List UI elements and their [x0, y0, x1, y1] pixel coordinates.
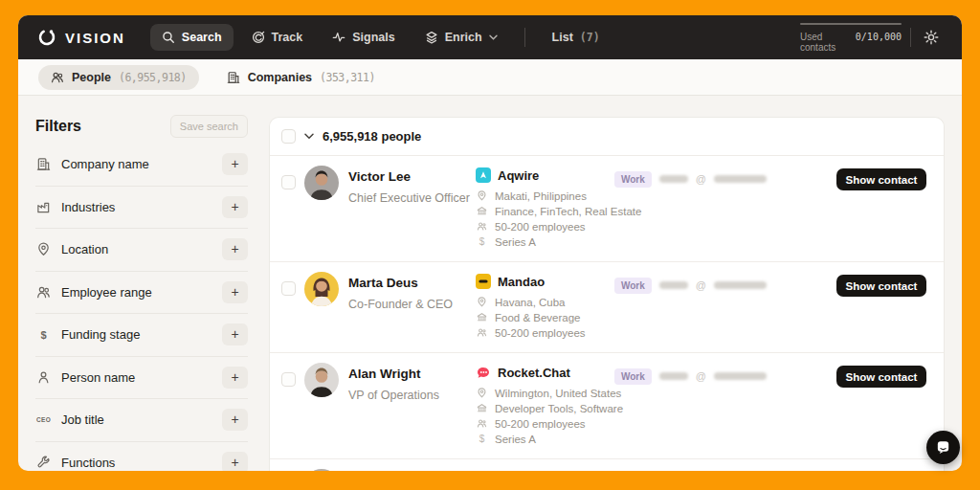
email-type-badge: Work [614, 368, 652, 385]
app-window: VISION Search Track [18, 15, 962, 471]
add-filter-button[interactable]: + [222, 409, 248, 431]
add-filter-button[interactable]: + [222, 196, 248, 218]
company-name[interactable]: Mandao [498, 275, 545, 289]
add-filter-button[interactable]: + [222, 153, 248, 175]
content-area: Filters Save search Company name + Indus… [18, 96, 962, 471]
filter-job-title: CEO Job title + [35, 399, 248, 442]
brand-name: VISION [65, 30, 125, 46]
person-name[interactable]: Victor Lee [348, 169, 476, 184]
row-checkbox[interactable] [281, 281, 296, 296]
person-job-title: Chief Executive Officer [348, 191, 476, 205]
show-contact-button[interactable]: Show contact [836, 275, 926, 297]
company-logo-rocketchat [476, 365, 491, 380]
tab-count: (6,955,918) [119, 71, 187, 84]
save-search-button[interactable]: Save search [170, 115, 248, 138]
person-name[interactable]: Alan Wright [348, 367, 476, 381]
nav-label: Signals [352, 31, 394, 44]
chat-widget-button[interactable] [926, 431, 960, 464]
show-contact-button[interactable]: Show contact [836, 168, 926, 190]
nav-divider [524, 28, 525, 47]
redacted-email-domain [714, 175, 767, 183]
dollar-icon: $ [35, 329, 52, 341]
map-pin-icon [476, 190, 488, 201]
gear-icon [924, 30, 939, 45]
company-location: Makati, Philippines [495, 190, 587, 202]
person-icon [35, 370, 52, 385]
tab-label: People [72, 71, 111, 84]
ceo-icon: CEO [35, 416, 52, 423]
add-filter-button[interactable]: + [222, 367, 248, 389]
used-contacts-value: 0/10,000 [856, 32, 902, 42]
industry-icon [476, 312, 488, 323]
select-all-checkbox[interactable] [281, 129, 296, 144]
nav-search[interactable]: Search [150, 24, 234, 51]
filter-industries: Industries + [35, 187, 248, 230]
add-filter-button[interactable]: + [222, 452, 248, 471]
redacted-email-user [659, 372, 688, 380]
filter-label: Industries [61, 200, 212, 214]
tab-people[interactable]: People (6,955,918) [38, 65, 199, 90]
at-symbol: @ [696, 173, 706, 185]
tab-count: (353,311) [320, 71, 375, 84]
nav-label: List [552, 31, 573, 44]
used-contacts-meter: Used contacts 0/10,000 [800, 23, 902, 53]
show-contact-button[interactable]: Show contact [836, 366, 926, 388]
person-job-title: Co-Founder & CEO [348, 298, 476, 311]
results-count: 6,955,918 people [323, 129, 421, 144]
row-checkbox[interactable] [281, 372, 296, 387]
filter-label: Employee range [61, 285, 212, 300]
company-industries: Food & Beverage [495, 312, 581, 323]
person-name[interactable]: Marta Deus [348, 276, 476, 290]
desktop-background: VISION Search Track [0, 0, 980, 490]
nav-list[interactable]: List (7) [541, 24, 612, 51]
redacted-email-user [659, 281, 688, 289]
signals-icon [332, 31, 345, 44]
nav-signals[interactable]: Signals [321, 24, 406, 51]
vision-logo-icon [37, 28, 56, 47]
company-industries: Developer Tools, Software [495, 403, 623, 414]
company-employees: 50-200 employees [495, 418, 586, 430]
map-pin-icon [35, 242, 52, 256]
dollar-icon: $ [476, 236, 488, 247]
add-filter-button[interactable]: + [222, 281, 248, 303]
tab-companies[interactable]: Companies (353,311) [214, 65, 388, 90]
brand[interactable]: VISION [37, 28, 125, 47]
nav-label: Enrich [445, 31, 482, 44]
results-header: 6,955,918 people [270, 118, 944, 156]
nav-track[interactable]: Track [240, 24, 315, 51]
enrich-icon [425, 31, 438, 44]
avatar [304, 469, 339, 471]
employees-icon [476, 418, 488, 429]
people-icon [35, 285, 52, 300]
nav-label: Search [182, 31, 222, 44]
filter-location: Location + [35, 229, 248, 272]
email-type-badge: Work [614, 278, 652, 294]
nav-enrich[interactable]: Enrich [413, 24, 509, 51]
list-count: (7) [580, 31, 600, 44]
company-funding: Series A [495, 236, 536, 248]
company-employees: 50-200 employees [495, 327, 586, 339]
factory-icon [35, 200, 52, 214]
company-industries: Finance, FinTech, Real Estate [495, 206, 641, 217]
person-row-clipped [270, 459, 944, 471]
person-row: Alan Wright VP of Operations Rocket.Chat [270, 353, 944, 459]
wrench-icon [35, 456, 52, 470]
filter-person-name: Person name + [35, 357, 248, 400]
industry-icon [476, 206, 488, 216]
map-pin-icon [476, 388, 488, 398]
chevron-down-icon[interactable] [304, 133, 314, 140]
filters-sidebar: Filters Save search Company name + Indus… [35, 96, 248, 471]
building-icon [227, 71, 240, 84]
company-location: Wilmington, United States [495, 388, 621, 399]
chevron-down-icon [489, 34, 498, 40]
row-checkbox[interactable] [281, 175, 296, 189]
person-row: Victor Lee Chief Executive Officer Aqwir… [270, 156, 944, 262]
company-name[interactable]: Aqwire [498, 168, 539, 183]
company-name[interactable]: Rocket.Chat [498, 366, 570, 380]
add-filter-button[interactable]: + [222, 323, 248, 345]
filter-functions: Functions + [35, 442, 248, 472]
person-job-title: VP of Operations [348, 389, 476, 402]
settings-button[interactable] [920, 26, 943, 49]
filter-company-name: Company name + [35, 144, 248, 187]
add-filter-button[interactable]: + [222, 238, 248, 260]
